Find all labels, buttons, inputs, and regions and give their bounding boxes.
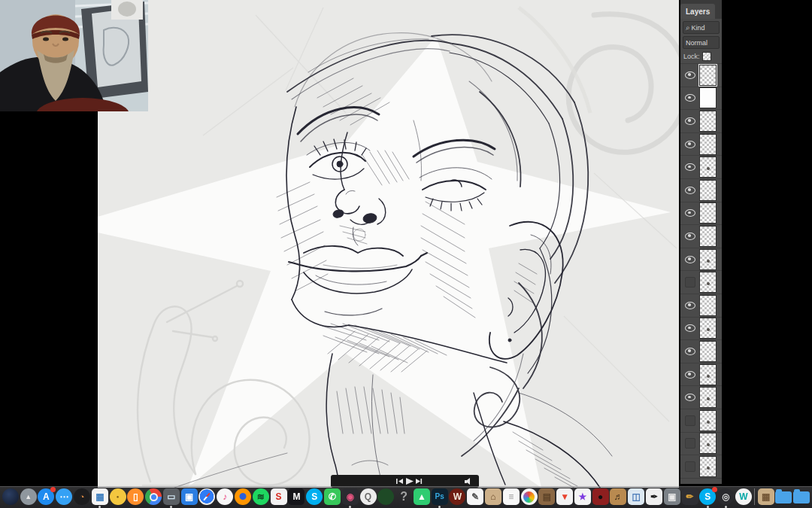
layer-visibility-toggle[interactable]: [680, 438, 700, 449]
layer-row[interactable]: [680, 364, 722, 387]
layer-thumbnail[interactable]: [700, 181, 716, 200]
layer-thumbnail[interactable]: [700, 157, 716, 177]
dock-safari-icon[interactable]: [198, 488, 215, 505]
layer-visibility-eye-icon[interactable]: [685, 141, 695, 148]
dock-purple-star-app-icon[interactable]: ★: [574, 488, 591, 505]
layer-visibility-toggle[interactable]: [680, 233, 700, 240]
dock-preview-icon[interactable]: ▦: [91, 488, 109, 508]
dock-green-app-icon[interactable]: [377, 488, 394, 505]
dock-reminders-icon[interactable]: ≡: [503, 488, 520, 505]
layer-row[interactable]: [680, 248, 722, 272]
layer-row[interactable]: [680, 340, 722, 364]
layer-row[interactable]: [680, 318, 722, 341]
layer-row[interactable]: [680, 133, 722, 157]
layer-visibility-toggle[interactable]: [680, 94, 700, 102]
dock-display-app-icon[interactable]: ▭: [162, 488, 180, 508]
dock-reminders-icon[interactable]: ≡: [502, 488, 520, 505]
dock-art-tools-icon[interactable]: ✏: [681, 488, 699, 505]
layer-visibility-hidden-well[interactable]: [685, 277, 695, 287]
dock-dark-globe-icon[interactable]: [2, 488, 20, 505]
layer-thumbnail[interactable]: [700, 135, 716, 154]
dock-photo-booth-icon[interactable]: ◉: [342, 488, 359, 505]
layer-visibility-eye-icon[interactable]: [685, 117, 695, 125]
dock-firefox-icon[interactable]: [234, 488, 252, 505]
dock-textedit-icon[interactable]: ✎: [466, 488, 484, 505]
dock-missing-app-icon[interactable]: ?: [395, 488, 413, 505]
dock-textedit-icon[interactable]: ✎: [467, 488, 483, 505]
dock-garageband-icon[interactable]: ♬: [610, 488, 626, 505]
dock-file-transfer-icon[interactable]: ▲: [414, 488, 430, 505]
layer-visibility-toggle[interactable]: [680, 371, 700, 379]
layer-row[interactable]: [680, 87, 722, 111]
dock-w-red-app-icon[interactable]: W: [449, 488, 467, 505]
dock-desk-app-icon[interactable]: ⌂: [485, 488, 501, 505]
dock-cyberduck-icon[interactable]: ●: [109, 488, 127, 505]
layer-visibility-hidden-well[interactable]: [685, 461, 695, 472]
layer-thumbnail[interactable]: [700, 227, 716, 246]
dock-bomb-game-icon[interactable]: ●: [592, 488, 610, 505]
dock-folder-documents-icon[interactable]: [775, 488, 793, 503]
layer-visibility-toggle[interactable]: [680, 163, 700, 171]
layer-row[interactable]: [680, 433, 722, 456]
dock-chrome-icon[interactable]: [144, 488, 162, 505]
layer-visibility-hidden-well[interactable]: [685, 415, 695, 426]
layer-row[interactable]: [680, 202, 722, 226]
dock-app-store-icon[interactable]: A: [38, 488, 56, 505]
dock-launchpad-icon[interactable]: ▲: [20, 488, 37, 505]
layer-visibility-toggle[interactable]: [680, 117, 700, 125]
layer-visibility-eye-icon[interactable]: [685, 163, 695, 171]
layer-thumbnail[interactable]: [700, 111, 716, 131]
dock-transmit-icon[interactable]: ◫: [627, 488, 645, 505]
dock-itunes-icon[interactable]: ♪: [216, 488, 234, 505]
dock-preview-icon[interactable]: ▦: [92, 488, 108, 505]
tab-layers[interactable]: Layers: [680, 4, 715, 19]
layer-thumbnail[interactable]: [700, 318, 716, 338]
dock-red-triangle-app-icon[interactable]: ▼: [556, 488, 573, 505]
dock-skype-business-icon[interactable]: S: [699, 488, 716, 505]
dock-wacom-icon[interactable]: W: [735, 488, 753, 505]
dock-photoshop-icon[interactable]: Ps: [431, 488, 449, 508]
layer-thumbnail[interactable]: [700, 388, 716, 407]
layer-visibility-toggle[interactable]: [680, 209, 700, 217]
dock-desk-app-icon[interactable]: ⌂: [484, 488, 502, 505]
layer-visibility-eye-icon[interactable]: [685, 187, 695, 194]
dock-dashboard-icon[interactable]: ◔: [74, 488, 90, 505]
dock-spotify-icon[interactable]: ≋: [252, 488, 270, 505]
dock-firefox-icon[interactable]: [235, 488, 251, 505]
dock-transmit-icon[interactable]: ◫: [628, 488, 644, 505]
layer-thumbnail[interactable]: [700, 272, 716, 292]
dock-itunes-icon[interactable]: ♪: [217, 488, 233, 505]
layer-visibility-eye-icon[interactable]: [685, 324, 695, 332]
dock-ibooks-icon[interactable]: ▯: [126, 488, 144, 505]
dock-app-store-icon[interactable]: A: [38, 488, 54, 505]
dock-image-file-icon[interactable]: ▦: [758, 488, 774, 505]
drawing-canvas[interactable]: [98, 0, 679, 488]
dock-sketchup-icon[interactable]: S: [271, 488, 287, 505]
layer-row[interactable]: [680, 225, 722, 248]
dock-screen-share-icon[interactable]: ▣: [663, 488, 681, 505]
dock-photos-icon[interactable]: [520, 488, 538, 505]
dock-art-tools-icon[interactable]: ✏: [682, 488, 698, 505]
dock-leather-book-icon[interactable]: ▤: [538, 488, 556, 505]
layer-visibility-toggle[interactable]: [680, 415, 700, 426]
dock-keynote-icon[interactable]: ▣: [180, 488, 198, 505]
layer-visibility-eye-icon[interactable]: [685, 94, 695, 102]
layer-visibility-eye-icon[interactable]: [685, 302, 695, 309]
dock-purple-star-app-icon[interactable]: ★: [574, 488, 592, 505]
layer-visibility-toggle[interactable]: [680, 324, 700, 332]
dock-photo-booth-icon[interactable]: ◉: [341, 488, 359, 508]
layer-row[interactable]: [680, 409, 722, 433]
dock-file-transfer-icon[interactable]: ▲: [413, 488, 431, 505]
dock-spotify-icon[interactable]: ≋: [253, 488, 269, 505]
lock-transparency-icon[interactable]: [702, 52, 711, 61]
dock-mamp-icon[interactable]: M: [288, 488, 306, 505]
dock-skype-business-icon[interactable]: S: [698, 488, 717, 508]
dock-photos-icon[interactable]: [521, 488, 538, 505]
dock-keynote-icon[interactable]: ▣: [181, 488, 198, 505]
layer-row[interactable]: [680, 64, 722, 87]
dock-dashboard-icon[interactable]: ◔: [73, 488, 91, 505]
dock-leather-book-icon[interactable]: ▤: [538, 488, 555, 505]
dock-facetime-icon[interactable]: ✆: [323, 488, 341, 505]
dock-garageband-icon[interactable]: ♬: [610, 488, 628, 505]
layer-visibility-eye-icon[interactable]: [685, 233, 695, 240]
